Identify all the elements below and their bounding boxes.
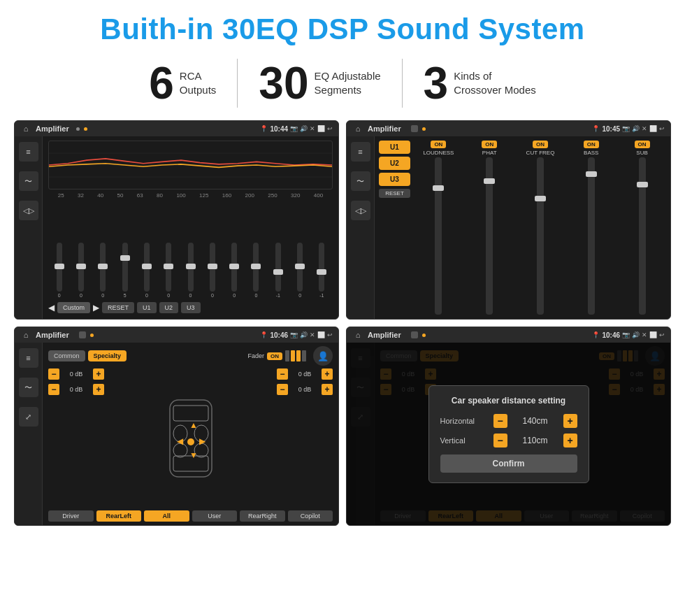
- cutfreq-track[interactable]: [537, 157, 544, 315]
- crossover-home-icon[interactable]: ⌂: [352, 123, 363, 134]
- db-plus-4[interactable]: +: [322, 384, 333, 395]
- db-minus-3[interactable]: −: [277, 368, 288, 380]
- btn-user[interactable]: User: [192, 510, 238, 522]
- dialog-close-icon[interactable]: ✕: [642, 331, 647, 338]
- u2-btn[interactable]: U2: [379, 157, 410, 170]
- eq-reset-btn[interactable]: RESET: [102, 302, 134, 313]
- eq-prev[interactable]: ◀: [48, 303, 55, 313]
- btn-all[interactable]: All: [144, 510, 189, 522]
- eq-u1-btn[interactable]: U1: [137, 302, 157, 313]
- eq-track-3[interactable]: [100, 243, 106, 292]
- loudness-thumb[interactable]: [433, 185, 444, 191]
- eq-u3-btn[interactable]: U3: [181, 302, 201, 313]
- bass-track[interactable]: [588, 157, 595, 315]
- dialog-home-icon[interactable]: ⌂: [352, 329, 363, 341]
- specialty-btn[interactable]: Specialty: [88, 350, 127, 361]
- eq-u2-btn[interactable]: U2: [159, 302, 179, 313]
- confirm-button[interactable]: Confirm: [440, 454, 577, 473]
- u3-btn[interactable]: U3: [379, 173, 410, 186]
- sub-on[interactable]: ON: [635, 141, 650, 148]
- eq-next[interactable]: ▶: [93, 303, 99, 313]
- eq-thumb-1[interactable]: [55, 264, 64, 269]
- u1-btn[interactable]: U1: [379, 141, 410, 154]
- fader-back-icon[interactable]: ↩: [327, 331, 333, 338]
- eq-thumb-9[interactable]: [229, 264, 239, 269]
- crossover-close-icon[interactable]: ✕: [642, 125, 647, 132]
- eq-track-9[interactable]: [231, 243, 237, 292]
- bass-thumb[interactable]: [586, 171, 597, 177]
- eq-filter-icon[interactable]: ≡: [19, 142, 38, 162]
- vertical-minus[interactable]: −: [493, 434, 507, 447]
- sub-thumb[interactable]: [637, 182, 648, 187]
- phat-thumb[interactable]: [484, 178, 495, 184]
- db-plus-1[interactable]: +: [93, 368, 104, 380]
- horizontal-plus[interactable]: +: [563, 414, 577, 428]
- bass-on[interactable]: ON: [584, 141, 599, 148]
- window-icon[interactable]: ⬜: [317, 125, 325, 132]
- fader-close-icon[interactable]: ✕: [310, 331, 315, 338]
- fader-expand-icon[interactable]: ⤢: [19, 407, 38, 427]
- eq-thumb-12[interactable]: [295, 264, 305, 269]
- btn-driver[interactable]: Driver: [48, 510, 94, 522]
- eq-wave-icon[interactable]: 〜: [19, 171, 38, 191]
- eq-thumb-5[interactable]: [142, 264, 152, 269]
- eq-track-7[interactable]: [188, 243, 194, 292]
- sub-track[interactable]: [639, 157, 646, 315]
- phat-on[interactable]: ON: [482, 141, 497, 148]
- db-minus-1[interactable]: −: [48, 368, 59, 380]
- crossover-wave-icon[interactable]: 〜: [351, 171, 370, 191]
- crossover-back-icon[interactable]: ↩: [659, 125, 665, 132]
- eq-track-10[interactable]: [253, 243, 259, 292]
- db-plus-2[interactable]: +: [93, 384, 104, 395]
- db-minus-4[interactable]: −: [277, 384, 288, 395]
- fader-home-icon[interactable]: ⌂: [20, 329, 31, 341]
- home-icon[interactable]: ⌂: [20, 123, 31, 134]
- crossover-filter-icon[interactable]: ≡: [351, 142, 370, 162]
- eq-track-2[interactable]: [78, 243, 84, 292]
- btn-rearleft[interactable]: RearLeft: [96, 510, 142, 522]
- crossover-window-icon[interactable]: ⬜: [649, 125, 657, 132]
- eq-thumb-2[interactable]: [76, 264, 86, 269]
- eq-thumb-7[interactable]: [186, 264, 196, 269]
- db-plus-3[interactable]: +: [322, 368, 333, 380]
- eq-vol-icon[interactable]: ◁▷: [19, 201, 38, 220]
- loudness-on[interactable]: ON: [431, 141, 446, 148]
- crossover-vol-icon[interactable]: ◁▷: [351, 201, 370, 220]
- eq-preset-custom[interactable]: Custom: [57, 302, 90, 313]
- eq-thumb-3[interactable]: [98, 264, 108, 269]
- fader-on[interactable]: ON: [267, 352, 282, 360]
- db-minus-2[interactable]: −: [48, 384, 59, 395]
- eq-track-11[interactable]: [275, 243, 281, 292]
- common-btn[interactable]: Common: [48, 350, 85, 361]
- dialog-window-icon[interactable]: ⬜: [649, 331, 657, 338]
- eq-thumb-13[interactable]: [317, 269, 326, 275]
- dialog-back-icon[interactable]: ↩: [659, 331, 665, 338]
- btn-rearright[interactable]: RearRight: [240, 510, 285, 522]
- eq-track-1[interactable]: [57, 243, 62, 292]
- eq-track-13[interactable]: [319, 243, 324, 292]
- person-icon[interactable]: 👤: [313, 346, 333, 366]
- eq-thumb-11[interactable]: [273, 269, 283, 275]
- eq-track-8[interactable]: [210, 243, 215, 292]
- eq-thumb-8[interactable]: [208, 264, 217, 269]
- eq-track-6[interactable]: [166, 243, 171, 292]
- close-icon[interactable]: ✕: [310, 125, 315, 132]
- cutfreq-on[interactable]: ON: [533, 141, 548, 148]
- eq-track-12[interactable]: [297, 243, 303, 292]
- horizontal-minus[interactable]: −: [493, 414, 507, 428]
- cutfreq-thumb[interactable]: [535, 196, 546, 201]
- eq-track-5[interactable]: [144, 243, 150, 292]
- vertical-plus[interactable]: +: [563, 434, 577, 447]
- fader-wave-icon[interactable]: 〜: [19, 378, 38, 397]
- back-icon[interactable]: ↩: [327, 125, 333, 132]
- fader-window-icon[interactable]: ⬜: [317, 331, 325, 338]
- fader-filter-icon[interactable]: ≡: [19, 348, 38, 368]
- crossover-reset[interactable]: RESET: [379, 189, 410, 198]
- eq-thumb-10[interactable]: [251, 264, 261, 269]
- eq-thumb-4[interactable]: [120, 255, 130, 261]
- eq-thumb-6[interactable]: [164, 264, 173, 269]
- btn-copilot[interactable]: Copilot: [288, 510, 333, 522]
- phat-track[interactable]: [486, 157, 493, 315]
- loudness-track[interactable]: [435, 157, 442, 315]
- eq-track-4[interactable]: [122, 243, 128, 292]
